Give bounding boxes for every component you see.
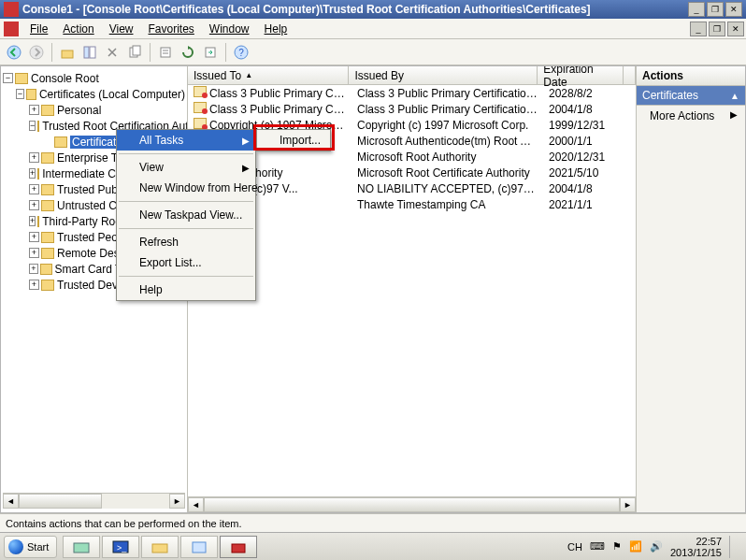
- col-extra[interactable]: [624, 66, 636, 84]
- taskbar: Start >_ CH ⌨ ⚑ 📶 🔊 22:57 2013/12/15: [0, 532, 746, 560]
- sort-asc-icon: ▲: [245, 71, 252, 79]
- menu-favorites[interactable]: Favorites: [141, 21, 202, 37]
- ime-indicator[interactable]: CH: [567, 541, 582, 553]
- taskbar-pinned: >_: [63, 536, 257, 558]
- context-new-taskpad[interactable]: New Taskpad View...: [117, 205, 255, 225]
- taskbar-item[interactable]: [180, 536, 218, 558]
- actions-more-actions[interactable]: More Actions ▶: [637, 106, 745, 126]
- menu-file[interactable]: File: [22, 21, 55, 37]
- window-titlebar: Console1 - [Console Root\Certificates (L…: [0, 0, 746, 19]
- mmc-icon: [4, 22, 19, 36]
- status-bar: Contains actions that can be performed o…: [0, 513, 746, 532]
- menu-window[interactable]: Window: [202, 21, 257, 37]
- svg-rect-6: [133, 46, 140, 55]
- tree-personal[interactable]: +Personal: [3, 102, 185, 118]
- forward-button[interactable]: [26, 42, 47, 63]
- status-text: Contains actions that can be performed o…: [6, 518, 242, 529]
- context-export-list[interactable]: Export List...: [117, 252, 255, 273]
- app-icon: [4, 2, 19, 17]
- submenu-arrow-icon: ▶: [242, 163, 250, 173]
- svg-rect-7: [161, 48, 170, 57]
- col-issued-by[interactable]: Issued By: [349, 66, 538, 84]
- svg-point-0: [7, 46, 21, 59]
- start-button[interactable]: Start: [4, 536, 57, 558]
- context-all-tasks[interactable]: All Tasks▶: [117, 130, 255, 151]
- actions-header: Actions: [637, 66, 745, 86]
- svg-text:>_: >_: [117, 543, 127, 553]
- refresh-button[interactable]: [178, 42, 198, 63]
- cert-icon: [194, 102, 207, 113]
- col-expiration[interactable]: Expiration Date: [538, 66, 624, 84]
- maximize-button[interactable]: ❐: [707, 2, 724, 17]
- cert-row[interactable]: Class 3 Public Primary Certification... …: [188, 85, 636, 101]
- context-menu: All Tasks▶ View▶ New Window from Here Ne…: [116, 129, 256, 301]
- tray-flag-icon[interactable]: ⚑: [612, 540, 622, 553]
- tree-root[interactable]: −Console Root: [3, 70, 185, 86]
- mdi-window-buttons: _ ❐ ✕: [688, 22, 746, 36]
- context-help[interactable]: Help: [117, 280, 255, 300]
- context-view[interactable]: View▶: [117, 157, 255, 178]
- export-button[interactable]: [200, 42, 221, 63]
- mdi-minimize-button[interactable]: _: [690, 22, 707, 36]
- show-desktop-button[interactable]: [729, 536, 737, 558]
- close-button[interactable]: ✕: [725, 2, 742, 17]
- submenu-arrow-icon: ▶: [242, 136, 250, 146]
- tray-clock[interactable]: 22:57 2013/12/15: [670, 536, 722, 558]
- taskbar-explorer[interactable]: [141, 536, 179, 558]
- help-button[interactable]: ?: [231, 42, 251, 63]
- actions-pane: Actions Certificates ▲ More Actions ▶: [636, 66, 745, 512]
- menu-view[interactable]: View: [102, 21, 141, 37]
- taskbar-server-manager[interactable]: [63, 536, 100, 558]
- ime-keyboard-icon[interactable]: ⌨: [590, 540, 605, 553]
- taskbar-mmc[interactable]: [220, 536, 257, 558]
- svg-text:?: ?: [238, 48, 244, 58]
- svg-rect-18: [232, 544, 245, 553]
- col-issued-to[interactable]: Issued To▲: [188, 66, 349, 84]
- taskbar-powershell[interactable]: >_: [102, 536, 139, 558]
- mdi-close-button[interactable]: ✕: [727, 22, 744, 36]
- cert-row[interactable]: Class 3 Public Primary Certification... …: [188, 101, 636, 117]
- context-import[interactable]: Import...: [257, 130, 330, 151]
- main-body: −Console Root −Certificates (Local Compu…: [0, 65, 746, 513]
- context-submenu-all-tasks: Import...: [256, 129, 331, 151]
- cert-icon: [194, 118, 207, 129]
- back-button[interactable]: [4, 42, 24, 63]
- list-hscroll[interactable]: ◄►: [188, 496, 636, 512]
- tray-network-icon[interactable]: 📶: [629, 540, 642, 553]
- properties-button[interactable]: [155, 42, 176, 63]
- context-new-window[interactable]: New Window from Here: [117, 178, 255, 198]
- cut-button[interactable]: [102, 42, 122, 63]
- tree-certificates-local[interactable]: −Certificates (Local Computer): [3, 86, 185, 102]
- svg-point-1: [30, 46, 43, 59]
- tree-hscroll[interactable]: ◄►: [3, 493, 185, 509]
- menubar: File Action View Favorites Window Help _…: [0, 19, 746, 39]
- window-title: Console1 - [Console Root\Certificates (L…: [22, 3, 686, 16]
- system-tray: CH ⌨ ⚑ 📶 🔊 22:57 2013/12/15: [567, 536, 742, 558]
- list-header: Issued To▲ Issued By Expiration Date: [188, 66, 636, 85]
- svg-rect-3: [84, 47, 89, 58]
- windows-orb-icon: [8, 539, 23, 554]
- chevron-right-icon: ▶: [730, 109, 738, 120]
- minimize-button[interactable]: _: [688, 2, 705, 17]
- svg-rect-4: [90, 47, 95, 58]
- show-hide-tree-button[interactable]: [79, 42, 100, 63]
- menu-action[interactable]: Action: [55, 21, 101, 37]
- mdi-restore-button[interactable]: ❐: [709, 22, 725, 36]
- svg-rect-16: [152, 544, 167, 553]
- svg-rect-13: [74, 543, 89, 553]
- copy-button[interactable]: [124, 42, 145, 63]
- cert-icon: [194, 86, 207, 97]
- up-button[interactable]: [57, 42, 78, 63]
- chevron-up-icon: ▲: [730, 91, 739, 101]
- tray-volume-icon[interactable]: 🔊: [650, 540, 663, 553]
- svg-rect-17: [193, 542, 206, 553]
- actions-subheader[interactable]: Certificates ▲: [637, 86, 745, 106]
- toolbar: ?: [0, 39, 746, 65]
- svg-rect-2: [62, 50, 73, 58]
- menu-help[interactable]: Help: [257, 21, 295, 37]
- context-refresh[interactable]: Refresh: [117, 232, 255, 252]
